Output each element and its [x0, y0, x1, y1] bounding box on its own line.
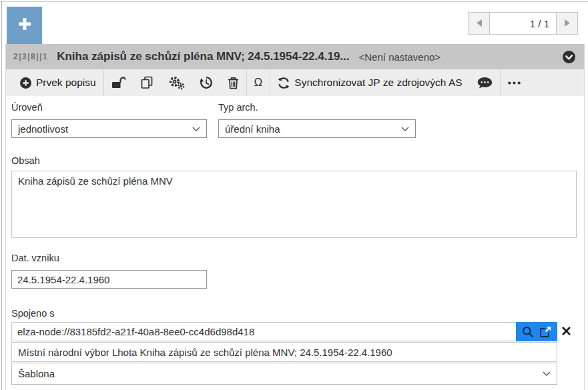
add-tab-button[interactable] [7, 7, 42, 44]
speech-bubble-icon [477, 77, 493, 89]
check-circle-icon[interactable] [563, 51, 575, 63]
pagination [468, 12, 578, 35]
linked-node-actions [516, 322, 557, 341]
history-icon [200, 76, 213, 89]
node-title: Kniha zápisů ze schůzí pléna MNV; 24.5.1… [57, 50, 349, 63]
obsah-textarea[interactable]: Kniha zápisů ze schůzí pléna MNV [11, 171, 577, 238]
node-status: <Není nastaveno> [359, 51, 441, 63]
clear-link-button[interactable] [557, 322, 575, 341]
uroven-label: Úroveň [11, 102, 43, 113]
chevron-down-icon [401, 127, 409, 131]
obsah-label: Obsah [11, 155, 40, 166]
spojeno-s-label: Spojeno s [11, 308, 55, 319]
history-button[interactable] [192, 69, 220, 96]
linked-record-description: Místní národní výbor Lhota Kniha zápisů … [11, 342, 557, 362]
refresh-icon [278, 77, 290, 89]
window-top-border [0, 1, 588, 2]
node-header: 2|3|8||1 Kniha zápisů ze schůzí pléna MN… [6, 44, 584, 69]
plus-circle-icon [20, 77, 31, 89]
arrow-left-icon [477, 17, 482, 29]
sync-button[interactable]: Synchronizovat JP ze zdrojových AS [270, 69, 469, 96]
typ-arch-value: úřední kniha [225, 123, 280, 135]
comment-button[interactable] [470, 69, 500, 96]
uroven-select[interactable]: jednotlivost [11, 119, 207, 138]
page-prev-button[interactable] [468, 12, 490, 35]
sync-label: Synchronizovat JP ze zdrojových AS [294, 77, 462, 89]
linked-node-row [11, 322, 575, 341]
special-chars-button[interactable]: Ω [247, 69, 270, 96]
uroven-value: jednotlivost [18, 123, 68, 135]
dat-vzniku-label: Dat. vzniku [11, 253, 59, 263]
typ-arch-select[interactable]: úřední kniha [218, 119, 416, 138]
description-toolbar: Prvek popisu [6, 69, 584, 96]
page-number-input[interactable] [490, 12, 556, 35]
dat-vzniku-input[interactable] [11, 270, 207, 289]
ellipsis-icon [508, 81, 521, 85]
delete-button[interactable] [220, 69, 246, 96]
search-icon[interactable] [522, 326, 534, 338]
copy-icon [140, 76, 154, 89]
linked-node-input[interactable] [11, 322, 516, 341]
typ-arch-label: Typ arch. [218, 102, 258, 113]
chevron-down-icon [192, 127, 200, 131]
template-value: Šablona [18, 368, 55, 379]
add-element-button[interactable]: Prvek popisu [13, 69, 103, 96]
gears-icon [168, 76, 185, 90]
copy-button[interactable] [133, 69, 161, 96]
unlock-icon [111, 77, 125, 89]
unlock-button[interactable] [104, 69, 133, 96]
left-pane-divider [1, 1, 2, 390]
settings-button[interactable] [161, 69, 192, 96]
template-select[interactable]: Šablona [11, 363, 557, 385]
close-x-icon [562, 326, 571, 338]
chevron-down-icon [543, 371, 551, 376]
reference-mark: 2|3|8||1 [13, 52, 48, 61]
trash-icon [228, 77, 239, 89]
panel-right-border [584, 44, 585, 390]
add-element-label: Prvek popisu [36, 77, 96, 89]
external-link-icon[interactable] [540, 326, 551, 337]
linked-record-text: Místní národní výbor Lhota Kniha zápisů … [18, 347, 392, 358]
arrow-right-icon [565, 17, 570, 29]
more-button[interactable] [501, 69, 528, 96]
omega-icon: Ω [254, 76, 263, 89]
plus-icon [16, 15, 33, 35]
page-next-button[interactable] [556, 12, 578, 35]
